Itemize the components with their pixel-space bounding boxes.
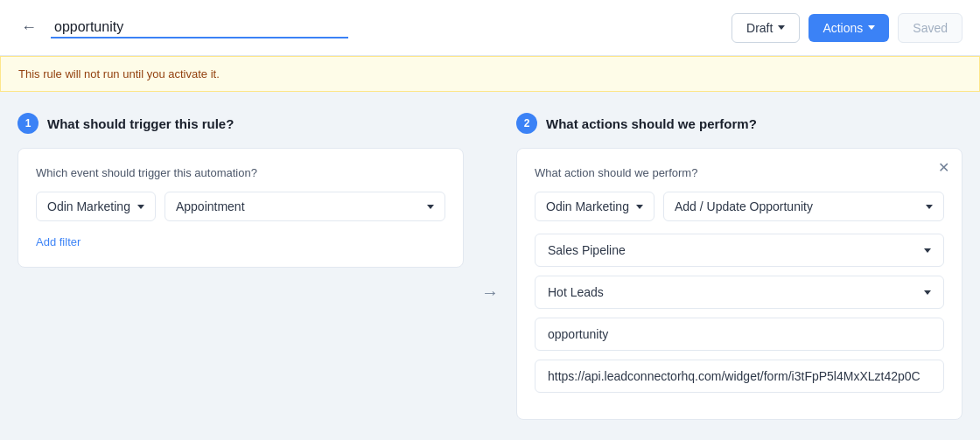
action-selects-row: Odin Marketing Add / Update Opportunity [535, 192, 944, 221]
main-content: 1 What should trigger this rule? Which e… [0, 92, 980, 440]
action-source-label: Odin Marketing [546, 199, 629, 213]
trigger-event-label: Appointment [176, 199, 245, 213]
trigger-section-header: 1 What should trigger this rule? [18, 113, 464, 134]
trigger-source-chevron-icon [137, 205, 144, 209]
action-source-chevron-icon [636, 205, 643, 209]
back-button[interactable]: ← [18, 15, 40, 40]
actions-label: Actions [822, 21, 863, 35]
rule-title-input[interactable] [51, 17, 348, 38]
action-card: ✕ What action should we perform? Odin Ma… [516, 148, 962, 420]
pipeline-chevron-icon [924, 248, 931, 253]
stage-chevron-icon [924, 290, 931, 295]
add-filter-label: Add filter [36, 235, 80, 248]
trigger-source-dropdown[interactable]: Odin Marketing [36, 192, 156, 221]
actions-chevron-icon [868, 25, 875, 30]
header-right: Draft Actions Saved [732, 13, 962, 43]
pipeline-dropdown[interactable]: Sales Pipeline [535, 234, 944, 267]
actions-button[interactable]: Actions [808, 14, 889, 42]
action-section-number: 2 [516, 113, 537, 134]
saved-button: Saved [898, 13, 962, 43]
header: ← Draft Actions Saved [0, 0, 980, 56]
action-type-dropdown[interactable]: Add / Update Opportunity [663, 192, 944, 221]
close-icon: ✕ [938, 160, 949, 175]
trigger-selects-row: Odin Marketing Appointment [36, 192, 445, 221]
saved-label: Saved [913, 21, 948, 35]
trigger-card: Which event should trigger this automati… [18, 148, 464, 268]
stage-dropdown[interactable]: Hot Leads [535, 276, 944, 309]
opportunity-input[interactable] [535, 318, 944, 351]
trigger-source-label: Odin Marketing [47, 199, 130, 213]
draft-chevron-icon [778, 25, 785, 30]
header-left: ← [18, 15, 732, 40]
trigger-section-number: 1 [18, 113, 38, 134]
arrow-icon: → [481, 283, 499, 303]
back-icon: ← [21, 18, 37, 37]
action-section: 2 What actions should we perform? ✕ What… [516, 113, 962, 420]
action-source-dropdown[interactable]: Odin Marketing [535, 192, 654, 221]
draft-button[interactable]: Draft [732, 13, 800, 43]
draft-label: Draft [746, 21, 773, 35]
arrow-connector: → [464, 113, 516, 420]
warning-banner: This rule will not run until you activat… [0, 56, 980, 92]
warning-text: This rule will not run until you activat… [18, 67, 220, 80]
trigger-section-title: What should trigger this rule? [47, 116, 234, 131]
stage-label: Hot Leads [548, 285, 604, 299]
add-filter-button[interactable]: Add filter [36, 235, 80, 248]
action-card-label: What action should we perform? [535, 166, 944, 179]
trigger-section: 1 What should trigger this rule? Which e… [18, 113, 464, 420]
action-type-label: Add / Update Opportunity [675, 199, 813, 213]
pipeline-label: Sales Pipeline [548, 243, 626, 257]
action-type-chevron-icon [926, 205, 933, 209]
close-button[interactable]: ✕ [938, 161, 949, 175]
url-input[interactable] [535, 360, 944, 393]
action-section-header: 2 What actions should we perform? [516, 113, 962, 134]
action-section-title: What actions should we perform? [546, 116, 757, 131]
trigger-event-dropdown[interactable]: Appointment [164, 192, 445, 221]
trigger-card-label: Which event should trigger this automati… [36, 166, 445, 179]
trigger-event-chevron-icon [427, 205, 434, 209]
